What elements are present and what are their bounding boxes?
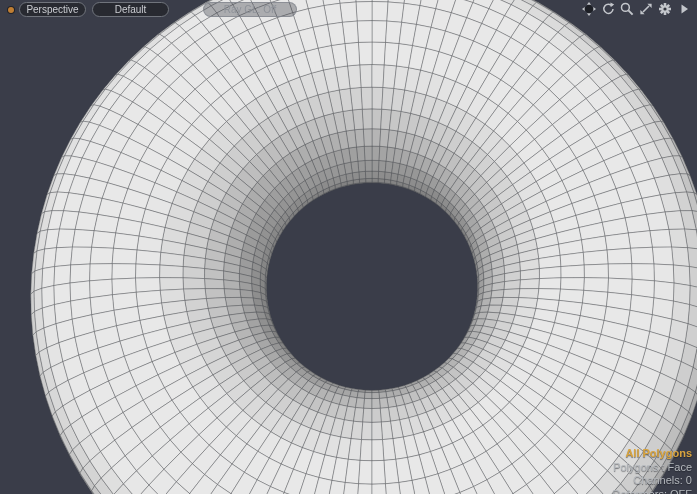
expand-icon[interactable] — [639, 2, 653, 16]
viewport-controls — [582, 2, 691, 16]
magnify-icon[interactable] — [620, 2, 634, 16]
perspective-view-button[interactable]: Perspective — [19, 2, 86, 17]
modeling-viewport-window: { "toolbar": { "indicator_color": "#bf7e… — [0, 0, 697, 494]
move-icon[interactable] — [582, 2, 596, 16]
deformers-state-label: Deformers: OFF — [613, 488, 692, 494]
menu-arrow-icon[interactable] — [677, 2, 691, 16]
rotate-icon[interactable] — [601, 2, 615, 16]
gear-icon[interactable] — [658, 2, 672, 16]
viewport-indicator-dot[interactable] — [8, 7, 14, 13]
polygons-mode-label: Polygons : Face — [613, 461, 692, 475]
3d-viewport-canvas[interactable] — [0, 0, 697, 494]
channels-count-label: Channels: 0 — [613, 474, 692, 488]
selection-set-label: All Polygons — [613, 447, 692, 461]
shading-style-button[interactable]: Default — [92, 2, 169, 17]
viewport-status-readout: All Polygons Polygons : Face Channels: 0… — [613, 447, 692, 494]
ray-gl-toggle-button[interactable]: Ray GL: Off — [203, 2, 297, 17]
